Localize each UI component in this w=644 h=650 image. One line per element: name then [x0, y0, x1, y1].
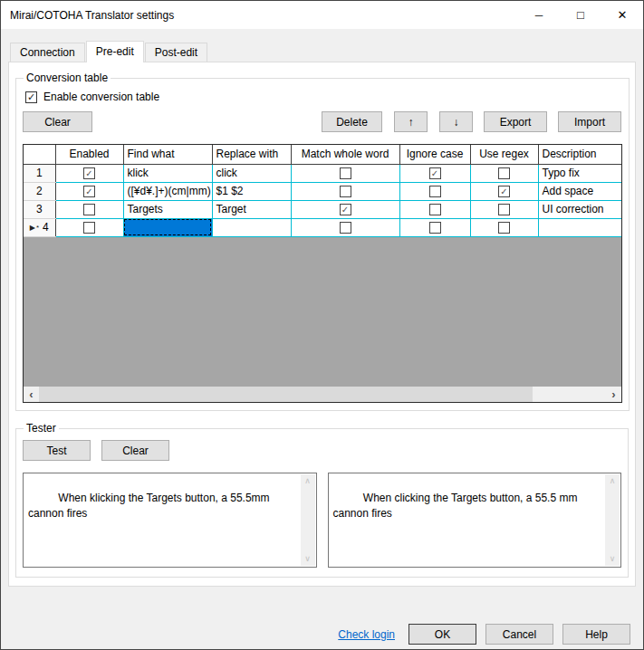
description-cell[interactable] [538, 218, 621, 236]
tester-source-textbox[interactable]: When klicking the Targets button, a 55.5… [23, 473, 317, 568]
find-what-cell[interactable]: Targets [123, 200, 212, 218]
scroll-down-icon[interactable]: ∨ [610, 552, 616, 566]
enable-conversion-checkbox[interactable]: ✓ [25, 91, 37, 103]
conversion-grid: Enabled Find what Replace with Match who… [23, 144, 622, 403]
enabled-checkbox[interactable]: ✓ [83, 167, 95, 179]
description-cell[interactable]: UI correction [538, 200, 621, 218]
replace-with-cell[interactable]: Target [212, 200, 291, 218]
col-header-description[interactable]: Description [538, 145, 621, 164]
test-button[interactable]: Test [23, 440, 91, 461]
match-whole-word-checkbox[interactable] [340, 222, 351, 234]
maximize-icon: □ [577, 8, 584, 22]
help-button[interactable]: Help [562, 624, 630, 645]
grid-row-2: 2 ✓ ([¥d¥.]+)(cm|mm) $1 $2 ✓ Add space [24, 182, 621, 200]
col-header-find-what[interactable]: Find what [123, 145, 212, 164]
delete-row-button[interactable]: Delete [322, 111, 382, 132]
window-controls: ─ □ ✕ [518, 1, 643, 29]
use-regex-cell[interactable] [470, 164, 538, 182]
col-header-use-regex[interactable]: Use regex [470, 145, 538, 164]
row-header[interactable]: 3 [24, 200, 55, 218]
grid-header-row: Enabled Find what Replace with Match who… [24, 145, 621, 164]
clear-table-button[interactable]: Clear [23, 111, 92, 132]
description-cell[interactable]: Add space [538, 182, 621, 200]
scroll-up-icon[interactable]: ∧ [304, 474, 311, 488]
use-regex-checkbox[interactable] [498, 167, 510, 179]
use-regex-checkbox[interactable] [498, 204, 510, 215]
enabled-checkbox[interactable] [83, 204, 95, 215]
use-regex-cell[interactable]: ✓ [470, 182, 538, 200]
find-what-cell-selected[interactable] [123, 218, 212, 236]
scroll-left-icon[interactable]: ‹ [24, 387, 39, 402]
close-button[interactable]: ✕ [601, 1, 643, 29]
row-header[interactable]: 1 [24, 164, 55, 182]
vertical-scrollbar[interactable]: ∧ ∨ [301, 474, 315, 566]
grid-empty-area [24, 237, 621, 387]
use-regex-checkbox[interactable] [498, 222, 510, 234]
ignore-case-cell[interactable] [399, 182, 470, 200]
tester-result-textbox[interactable]: When clicking the Targets button, a 55.5… [328, 473, 622, 568]
tab-connection[interactable]: Connection [10, 43, 85, 62]
col-header-enabled[interactable]: Enabled [55, 145, 123, 164]
match-whole-word-cell[interactable] [291, 218, 399, 236]
use-regex-checkbox[interactable]: ✓ [498, 186, 510, 197]
enabled-cell[interactable]: ✓ [55, 164, 123, 182]
enabled-cell[interactable]: ✓ [55, 182, 123, 200]
minimize-button[interactable]: ─ [518, 1, 560, 29]
enabled-checkbox[interactable]: ✓ [83, 186, 95, 197]
use-regex-cell[interactable] [470, 200, 538, 218]
use-regex-cell[interactable] [470, 218, 538, 236]
match-whole-word-cell[interactable] [291, 182, 399, 200]
tester-clear-button[interactable]: Clear [101, 440, 169, 461]
close-icon: ✕ [618, 8, 628, 22]
match-whole-word-cell[interactable] [291, 164, 399, 182]
scroll-up-icon[interactable]: ∧ [610, 474, 616, 488]
row-number: 4 [43, 221, 49, 234]
replace-with-cell[interactable] [212, 218, 291, 236]
ignore-case-cell[interactable] [399, 200, 470, 218]
description-cell[interactable]: Typo fix [538, 164, 621, 182]
conversion-grid-table: Enabled Find what Replace with Match who… [24, 145, 621, 237]
horizontal-scrollbar[interactable]: ‹ › [24, 387, 621, 402]
conversion-table-group-label: Conversion table [24, 72, 111, 84]
ignore-case-checkbox[interactable] [429, 186, 441, 197]
enable-conversion-label: Enable conversion table [43, 91, 159, 103]
ignore-case-checkbox[interactable] [429, 222, 441, 234]
import-button[interactable]: Import [558, 111, 621, 132]
maximize-button[interactable]: □ [560, 1, 601, 29]
find-what-cell[interactable]: ([¥d¥.]+)(cm|mm) [123, 182, 212, 200]
export-button[interactable]: Export [484, 111, 547, 132]
ok-button[interactable]: OK [409, 624, 476, 645]
find-what-cell[interactable]: klick [123, 164, 212, 182]
match-whole-word-cell[interactable]: ✓ [291, 200, 399, 218]
ignore-case-cell[interactable] [399, 218, 470, 236]
row-header-new-row[interactable]: ▶* 4 [24, 218, 55, 236]
cancel-button[interactable]: Cancel [485, 624, 553, 645]
tester-toolbar: Test Clear [23, 440, 621, 461]
scroll-right-icon[interactable]: › [606, 387, 621, 402]
col-header-ignore-case[interactable]: Ignore case [399, 145, 470, 164]
vertical-scrollbar[interactable]: ∧ ∨ [605, 474, 620, 566]
tab-post-edit[interactable]: Post-edit [145, 43, 207, 62]
col-header-replace-with[interactable]: Replace with [212, 145, 291, 164]
check-login-link[interactable]: Check login [338, 628, 395, 641]
replace-with-cell[interactable]: click [212, 164, 291, 182]
window-title: Mirai/COTOHA Translator settings [1, 9, 174, 22]
ignore-case-checkbox[interactable]: ✓ [429, 167, 441, 179]
ignore-case-checkbox[interactable] [429, 204, 441, 215]
scroll-down-icon[interactable]: ∨ [304, 552, 311, 566]
enabled-cell[interactable] [55, 200, 123, 218]
enabled-cell[interactable] [55, 218, 123, 236]
col-header-match-whole-word[interactable]: Match whole word [291, 145, 399, 164]
ignore-case-cell[interactable]: ✓ [399, 164, 470, 182]
move-row-down-button[interactable]: ↓ [439, 111, 473, 132]
match-whole-word-checkbox[interactable]: ✓ [340, 204, 351, 215]
enabled-checkbox[interactable] [83, 222, 95, 234]
scrollbar-thumb[interactable] [39, 387, 533, 402]
tab-pre-edit[interactable]: Pre-edit [86, 41, 144, 62]
match-whole-word-checkbox[interactable] [340, 186, 351, 197]
row-header-corner[interactable] [24, 145, 55, 164]
move-row-up-button[interactable]: ↑ [394, 111, 428, 132]
row-header[interactable]: 2 [24, 182, 55, 200]
replace-with-cell[interactable]: $1 $2 [212, 182, 291, 200]
match-whole-word-checkbox[interactable] [340, 167, 351, 179]
